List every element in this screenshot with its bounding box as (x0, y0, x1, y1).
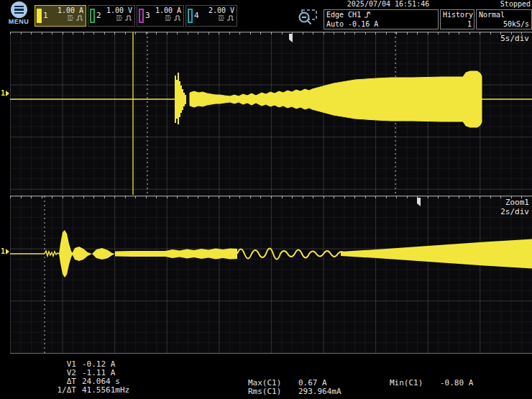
rms-label: Rms(C1) (248, 387, 293, 396)
zoom-trigger-position-marker[interactable] (417, 198, 421, 206)
trigger-info-box[interactable]: Edge CH1 Auto -0.16 A (324, 9, 439, 29)
menu-label: MENU (5, 18, 32, 25)
oscilloscope-screen: MENU 1 1.00 A 2 1.00 V (0, 0, 532, 399)
datetime-display: 2025/07/04 16:51:46 (316, 0, 460, 8)
zoom-search-button[interactable] (296, 8, 319, 29)
hamburger-menu-icon (11, 1, 27, 18)
acquisition-mode: Normal (479, 10, 529, 19)
sample-rate: 50kS/s (479, 19, 529, 29)
trigger-position-marker[interactable] (289, 34, 293, 42)
zoom-waveform (10, 196, 532, 353)
top-bar: MENU 1 1.00 A 2 1.00 V (0, 0, 532, 30)
channel-3-color-bar (139, 9, 144, 23)
channel-3-scale: 1.00 A (150, 6, 181, 15)
channel-3-box[interactable]: 3 1.00 A (137, 5, 184, 27)
channel-2-box[interactable]: 2 1.00 V (88, 5, 135, 27)
min-label: Min(C1) (390, 379, 434, 387)
probe-waveform-icon (75, 15, 83, 21)
rms-value: 293.964mA (298, 387, 341, 396)
channel-1-position-marker-main[interactable]: 1 (1, 89, 10, 97)
probe-waveform-icon (173, 15, 181, 21)
min-measure-row: Min(C1) -0.80 A (390, 379, 473, 387)
dc-coupling-icon (116, 15, 122, 21)
channel-2-scale: 1.00 V (101, 6, 132, 15)
trigger-source: Edge CH1 (326, 10, 361, 19)
channel-4-color-bar (188, 9, 193, 23)
probe-waveform-icon (124, 15, 132, 21)
dc-coupling-icon (218, 15, 224, 21)
acquisition-box[interactable]: Normal 50kS/s (476, 9, 532, 29)
zoom-window-label[interactable]: Zoom1 (500, 198, 529, 207)
rising-edge-icon (364, 11, 372, 19)
channel-4-scale: 2.00 V (199, 6, 234, 15)
cursor-measurements: V1 -0.12 A V2 -1.11 A ΔT 24.064 s 1/ΔT 4… (49, 360, 129, 395)
rms-measure-row: Rms(C1) 293.964mA (248, 387, 341, 396)
dc-coupling-icon (165, 15, 171, 21)
history-box[interactable]: History 1 (440, 9, 474, 29)
menu-button[interactable]: MENU (5, 1, 32, 29)
history-value: 1 (443, 19, 472, 29)
acquisition-status: Stopped (500, 0, 531, 8)
main-waveform-window[interactable]: 5s/div (10, 32, 532, 195)
main-timebase-label[interactable]: 5s/div (500, 34, 529, 43)
channel-1-color-bar (37, 9, 42, 23)
channel-1-scale: 1.00 A (48, 6, 83, 15)
channel-2-number: 2 (96, 11, 101, 26)
zoom-waveform-window[interactable]: Zoom1 2s/div (10, 196, 532, 354)
channel-2-color-bar (90, 9, 95, 23)
dc-coupling-icon (67, 15, 73, 21)
zoom-search-icon (296, 8, 319, 27)
inv-dt-label: 1/ΔT (49, 386, 76, 395)
channel-4-number: 4 (194, 11, 199, 26)
channel-1-position-marker-zoom[interactable]: 1 (1, 247, 10, 255)
zoom-timebase-label[interactable]: 2s/div (500, 207, 529, 216)
min-value: -0.80 A (440, 379, 473, 387)
auto-measurements-left: Max(C1) 0.67 A Rms(C1) 293.964mA (248, 379, 341, 396)
channel-4-box[interactable]: 4 2.00 V (185, 5, 237, 27)
main-waveform (10, 32, 532, 195)
trigger-mode-level: Auto -0.16 A (326, 19, 436, 29)
measure-row-inv-dt: 1/ΔT 41.5561mHz (49, 386, 129, 395)
channel-1-box[interactable]: 1 1.00 A (35, 5, 86, 27)
auto-measurements-right: Min(C1) -0.80 A (390, 379, 473, 387)
channel-1-number: 1 (43, 11, 48, 26)
history-label: History (443, 10, 472, 19)
probe-waveform-icon (226, 15, 234, 21)
inv-dt-value: 41.5561mHz (82, 386, 129, 395)
channel-3-number: 3 (145, 11, 150, 26)
